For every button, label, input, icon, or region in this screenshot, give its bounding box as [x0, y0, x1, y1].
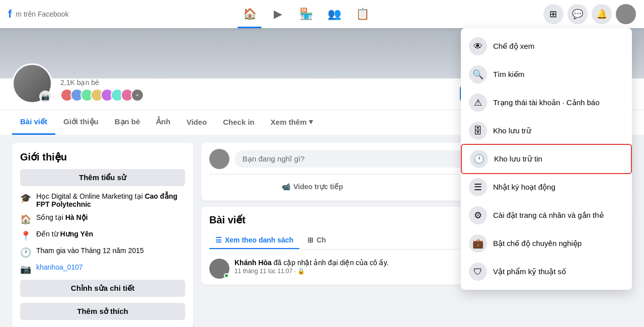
chevron-down-icon: ▾ — [309, 117, 313, 126]
post-user-name: Khánh Hòa — [234, 259, 272, 267]
list-icon: ☰ — [215, 236, 222, 244]
tab-anh[interactable]: Ảnh — [148, 110, 178, 135]
menu-item-cai-dat[interactable]: ⚙ Cài đặt trang cá nhân và gắn thẻ — [461, 201, 632, 229]
nav-video-btn[interactable]: ▶ — [266, 2, 290, 26]
menu-item-che-do-xem[interactable]: 👁 Chế độ xem — [461, 32, 632, 60]
education-icon: 🎓 — [20, 193, 31, 204]
menu-icon-bat-che-do: 💼 — [469, 234, 487, 253]
nav-messenger-btn[interactable]: 💬 — [568, 4, 588, 24]
online-indicator — [224, 273, 229, 278]
menu-item-nhat-ky[interactable]: ☰ Nhật ký hoạt động — [461, 173, 632, 201]
menu-label-kho-luu-tru: Kho lưu trữ — [493, 126, 531, 135]
city-text: Sống tại Hà Nội — [36, 213, 88, 221]
menu-icon-vat-pham: 🛡 — [469, 263, 487, 281]
menu-label-cai-dat: Cài đặt trang cá nhân và gắn thẻ — [493, 211, 604, 220]
clock-icon: 🕐 — [20, 247, 31, 258]
grid-icon: ⊞ — [307, 236, 313, 244]
profile-meta: 2,1K bạn bè + — [60, 78, 144, 104]
live-video-btn[interactable]: 📹 Video trực tiếp — [209, 179, 416, 195]
instagram-icon: 📷 — [20, 264, 31, 275]
tab-video[interactable]: Video — [179, 111, 215, 135]
bio-education: 🎓 Học Digital & Online Marketing tại Cao… — [20, 192, 185, 208]
video-icon: 📹 — [282, 183, 290, 191]
menu-label-che-do-xem: Chế độ xem — [493, 42, 534, 51]
menu-icon-tim-kiem: 🔍 — [469, 65, 487, 84]
friends-avatars: + — [60, 89, 144, 102]
nav-right: ⊞ 💬 🔔 — [543, 4, 636, 24]
add-bio-btn[interactable]: Thêm tiểu sử — [20, 169, 185, 186]
city-name: Hà Nội — [65, 213, 88, 221]
intro-card: Giới thiệu Thêm tiểu sử 🎓 Học Digital & … — [12, 143, 193, 327]
menu-label-trang-thai: Trạng thái tài khoản · Cảnh báo — [493, 98, 600, 107]
menu-label-tim-kiem: Tìm kiếm — [493, 70, 524, 79]
facebook-logo: f — [8, 8, 12, 21]
nav-gaming-btn[interactable]: 📋 — [350, 2, 374, 26]
menu-label-kho-luu-tru-tin: Kho lưu trữ tin — [494, 154, 542, 164]
nav-apps-btn[interactable]: ⊞ — [543, 4, 564, 24]
menu-icon-trang-thai: ⚠ — [469, 94, 487, 112]
tab-ban-be[interactable]: Bạn bè — [107, 110, 148, 135]
view-list-tab[interactable]: ☰ Xem theo danh sách — [209, 232, 299, 249]
menu-icon-cai-dat: ⚙ — [469, 206, 487, 224]
tab-xem-them[interactable]: Xem thêm ▾ — [263, 110, 321, 135]
top-nav: f m trên Facebook 🏠 ▶ 🏪 👥 📋 ⊞ 💬 🔔 — [0, 0, 644, 28]
edit-detail-btn[interactable]: Chỉnh sửa chi tiết — [20, 280, 185, 297]
location-icon: 📍 — [20, 230, 31, 241]
menu-item-tim-kiem[interactable]: 🔍 Tìm kiếm — [461, 60, 632, 89]
nav-marketplace-btn[interactable]: 🏪 — [294, 2, 318, 26]
bio-hometown: 📍 Đến từ Hưng Yên — [20, 230, 185, 241]
menu-icon-kho-luu-tru-tin: 🕐 — [470, 150, 488, 168]
nav-home-btn[interactable]: 🏠 — [237, 2, 262, 26]
tab-check-in[interactable]: Check in — [215, 111, 263, 135]
hometown-text: Đến từ Hưng Yên — [36, 230, 93, 238]
view-list-label: Xem theo danh sách — [225, 236, 293, 244]
bio-joined: 🕐 Tham gia vào Tháng 12 năm 2015 — [20, 247, 185, 258]
nav-brand-text: m trên Facebook — [16, 10, 68, 18]
instagram-link[interactable]: khanhoa_0107 — [36, 263, 83, 271]
menu-icon-kho-luu-tru: 🗄 — [469, 122, 487, 140]
menu-label-bat-che-do: Bật chế độ chuyên nghiệp — [493, 239, 582, 248]
post-timestamp: 11 tháng 11 lúc 11:07 · 🔒 — [234, 268, 305, 275]
joined-text: Tham gia vào Tháng 12 năm 2015 — [36, 247, 144, 255]
dropdown-menu: 👁 Chế độ xem 🔍 Tìm kiếm ⚠ Trạng thái tài… — [461, 28, 632, 290]
menu-item-kho-luu-tru[interactable]: 🗄 Kho lưu trữ — [461, 117, 632, 145]
post-avatar — [209, 149, 229, 169]
bio-city: 🏠 Sống tại Hà Nội — [20, 213, 185, 225]
profile-avatar-wrap: 📷 — [12, 63, 52, 104]
posts-title: Bài viết — [209, 214, 246, 226]
menu-icon-che-do-xem: 👁 — [469, 37, 487, 55]
menu-item-trang-thai[interactable]: ⚠ Trạng thái tài khoản · Cảnh báo — [461, 89, 632, 117]
view-grid-tab[interactable]: ⊞ Ch — [301, 232, 332, 249]
post-action-text: đã cập nhật ảnh đại diện của cô ấy. — [274, 259, 389, 267]
nav-notifications-btn[interactable]: 🔔 — [592, 4, 612, 24]
profile-left: 📷 2,1K bạn bè + — [12, 78, 144, 104]
nav-avatar[interactable] — [616, 4, 636, 24]
tab-gioi-thieu[interactable]: Giới thiệu — [55, 110, 107, 135]
nav-center: 🏠 ▶ 🏪 👥 📋 — [237, 2, 374, 26]
nav-groups-btn[interactable]: 👥 — [322, 2, 346, 26]
menu-icon-nhat-ky: ☰ — [469, 178, 487, 196]
friend-avatar: + — [131, 89, 144, 102]
hometown-name: Hưng Yên — [60, 230, 94, 238]
menu-label-vat-pham: Vật phẩm kỹ thuật số — [493, 267, 566, 276]
intro-title: Giới thiệu — [20, 151, 185, 163]
camera-btn[interactable]: 📷 — [39, 91, 51, 103]
post-user-avatar — [209, 259, 229, 279]
left-column: Giới thiệu Thêm tiểu sử 🎓 Học Digital & … — [12, 143, 193, 327]
add-hobby-btn[interactable]: Thêm sở thích — [20, 303, 185, 320]
menu-item-bat-che-do[interactable]: 💼 Bật chế độ chuyên nghiệp — [461, 229, 632, 258]
xem-them-label: Xem thêm — [271, 118, 307, 126]
nav-left: f m trên Facebook — [8, 8, 68, 21]
live-video-label: Video trực tiếp — [293, 183, 343, 191]
menu-item-kho-luu-tru-tin[interactable]: 🕐 Kho lưu trữ tin — [462, 145, 631, 173]
view-grid-label: Ch — [316, 236, 326, 244]
menu-label-nhat-ky: Nhật ký hoạt động — [493, 183, 555, 192]
menu-item-vat-pham[interactable]: 🛡 Vật phẩm kỹ thuật số — [461, 258, 632, 286]
education-text: Học Digital & Online Marketing tại Cao đ… — [36, 192, 185, 208]
home-icon: 🏠 — [20, 214, 31, 225]
tab-bai-viet[interactable]: Bài viết — [12, 110, 55, 135]
bio-instagram: 📷 khanhoa_0107 — [20, 263, 185, 275]
friends-count: 2,1K bạn bè — [60, 78, 144, 87]
